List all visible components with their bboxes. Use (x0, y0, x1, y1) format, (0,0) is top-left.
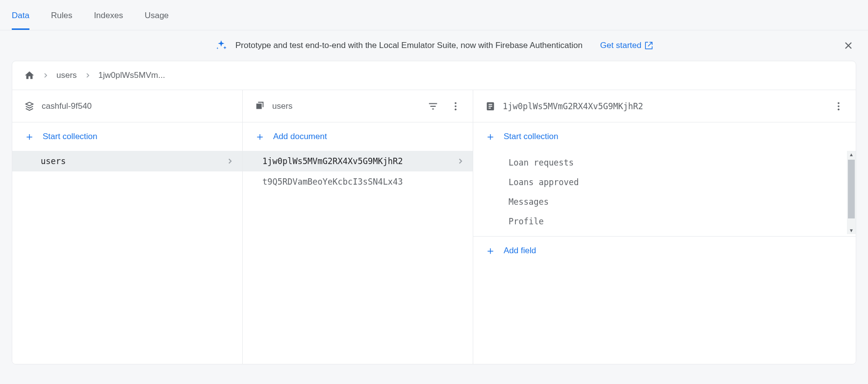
scroll-up-arrow[interactable]: ▲ (847, 152, 856, 157)
breadcrumb: users 1jw0plWs5MVm... (12, 61, 856, 90)
document-item[interactable]: 1jw0plWs5MVmG2RX4Xv5G9MKjhR2 (243, 151, 473, 171)
plus-icon: ＋ (24, 129, 35, 144)
plus-icon: ＋ (485, 243, 496, 258)
document-detail-column: 1jw0plWs5MVmG2RX4Xv5G9MKjhR2 ＋ Start col… (473, 90, 856, 364)
filter-icon[interactable] (428, 101, 438, 112)
start-collection-button[interactable]: ＋ Start collection (12, 122, 242, 151)
chevron-right-icon (226, 157, 234, 166)
tab-rules[interactable]: Rules (51, 2, 72, 30)
scroll-down-arrow[interactable]: ▼ (847, 228, 856, 233)
emulator-banner: Prototype and test end-to-end with the L… (0, 30, 868, 61)
more-vert-icon[interactable] (450, 101, 461, 112)
tab-indexes[interactable]: Indexes (94, 2, 123, 30)
documents-header: users (243, 90, 473, 122)
svg-point-0 (455, 102, 457, 104)
documents-column: users ＋ Add document 1jw0plWs5MVmG2RX4Xv… (243, 90, 473, 364)
documents-title: users (272, 101, 293, 111)
document-item[interactable]: t9Q5RDVamBeoYeKcbcI3sSN4Lx43 (243, 171, 473, 192)
chevron-right-icon (84, 72, 92, 79)
external-link-icon (644, 41, 653, 50)
firestore-panel: users 1jw0plWs5MVm... cashful-9f540 ＋ St… (12, 61, 856, 364)
svg-point-7 (838, 102, 840, 104)
svg-point-1 (455, 105, 457, 107)
stack-icon (24, 101, 35, 112)
svg-point-2 (455, 108, 457, 110)
subcollection-item[interactable]: Loans approved (473, 172, 856, 192)
collection-item-users[interactable]: users (12, 151, 242, 171)
chevron-right-icon (456, 157, 465, 166)
scrollbar-thumb[interactable] (848, 160, 855, 218)
svg-rect-6 (488, 107, 491, 108)
breadcrumb-doc[interactable]: 1jw0plWs5MVm... (99, 71, 165, 80)
document-header: 1jw0plWs5MVmG2RX4Xv5G9MKjhR2 (473, 90, 856, 122)
svg-rect-4 (488, 104, 492, 105)
add-field-button[interactable]: ＋ Add field (473, 237, 856, 265)
plus-icon: ＋ (255, 129, 265, 144)
document-id: 1jw0plWs5MVmG2RX4Xv5G9MKjhR2 (503, 101, 643, 111)
doc-start-collection-button[interactable]: ＋ Start collection (473, 122, 856, 151)
banner-text: Prototype and test end-to-end with the L… (235, 41, 583, 50)
subcollection-item[interactable]: Loan requests (473, 153, 856, 172)
get-started-link[interactable]: Get started (600, 41, 653, 50)
subcollections-list: Loan requests Loans approved Messages Pr… (473, 151, 856, 237)
svg-point-8 (838, 105, 840, 107)
home-icon[interactable] (24, 70, 35, 81)
tab-data[interactable]: Data (12, 2, 29, 30)
subcollection-item[interactable]: Profile (473, 212, 856, 231)
sparkle-icon (215, 39, 228, 52)
breadcrumb-collection[interactable]: users (56, 71, 77, 80)
firestore-tabs: Data Rules Indexes Usage (0, 2, 868, 30)
tab-usage[interactable]: Usage (145, 2, 169, 30)
subcollection-item[interactable]: Messages (473, 192, 856, 212)
chevron-right-icon (42, 72, 50, 79)
plus-icon: ＋ (485, 129, 496, 144)
collection-icon (255, 101, 265, 112)
collections-column: cashful-9f540 ＋ Start collection users (12, 90, 243, 364)
project-id: cashful-9f540 (42, 101, 92, 111)
project-header: cashful-9f540 (12, 90, 242, 122)
svg-point-9 (838, 108, 840, 110)
document-icon (485, 101, 496, 112)
add-document-button[interactable]: ＋ Add document (243, 122, 473, 151)
close-icon[interactable] (842, 40, 854, 51)
more-vert-icon[interactable] (833, 101, 844, 112)
svg-rect-5 (488, 106, 492, 107)
scrollbar[interactable]: ▲ ▼ (847, 151, 856, 234)
